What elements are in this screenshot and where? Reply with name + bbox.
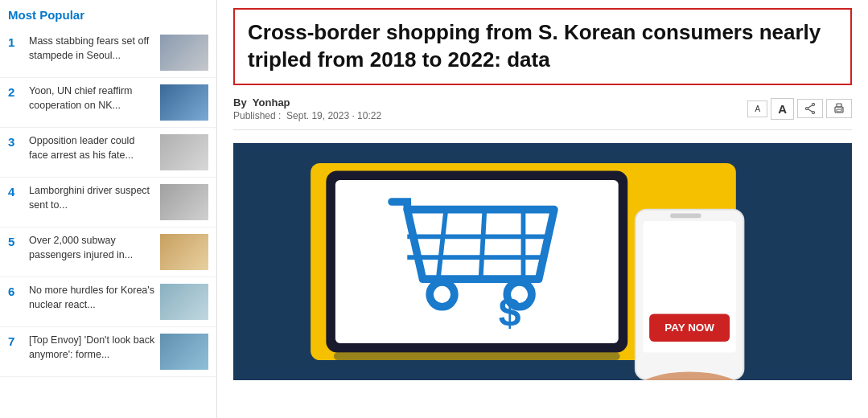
sidebar-item-3[interactable]: 3 Opposition leader could face arrest as… bbox=[0, 128, 216, 178]
item-number-5: 5 bbox=[8, 234, 23, 248]
article-headline: Cross-border shopping from S. Korean con… bbox=[233, 8, 852, 85]
svg-line-3 bbox=[808, 105, 812, 108]
share-button[interactable] bbox=[797, 99, 823, 118]
sidebar-item-2[interactable]: 2 Yoon, UN chief reaffirm cooperation on… bbox=[0, 78, 216, 128]
sidebar-item-1[interactable]: 1 Mass stabbing fears set off stampede i… bbox=[0, 28, 216, 78]
svg-point-2 bbox=[806, 108, 808, 110]
item-number-6: 6 bbox=[8, 284, 23, 298]
item-thumbnail-3 bbox=[160, 134, 208, 170]
item-text-3: Opposition leader could face arrest as h… bbox=[29, 134, 155, 162]
font-increase-button[interactable]: A bbox=[771, 98, 794, 120]
svg-point-8 bbox=[841, 108, 842, 109]
svg-line-4 bbox=[808, 109, 812, 112]
item-thumbnail-7 bbox=[160, 334, 208, 370]
item-thumbnail-4 bbox=[160, 184, 208, 220]
item-thumbnail-6 bbox=[160, 284, 208, 320]
item-thumbnail-2 bbox=[160, 84, 208, 121]
sidebar-item-7[interactable]: 7 [Top Envoy] 'Don't look back anymore':… bbox=[0, 327, 216, 377]
svg-point-1 bbox=[812, 112, 815, 114]
item-thumbnail-1 bbox=[160, 35, 208, 71]
item-text-1: Mass stabbing fears set off stampede in … bbox=[29, 35, 155, 63]
print-button[interactable] bbox=[826, 99, 852, 118]
article-image: $ PAY NOW bbox=[233, 143, 852, 380]
svg-rect-6 bbox=[837, 104, 841, 107]
sidebar: Most Popular 1 Mass stabbing fears set o… bbox=[0, 0, 217, 418]
item-thumbnail-5 bbox=[160, 234, 208, 270]
print-icon bbox=[833, 103, 845, 114]
author-name: Yonhap bbox=[253, 96, 290, 109]
item-number-1: 1 bbox=[8, 35, 23, 49]
published-label: Published : bbox=[233, 110, 281, 121]
item-text-4: Lamborghini driver suspect sent to... bbox=[29, 184, 155, 212]
article-date: Published : Sept. 19, 2023 · 10:22 bbox=[233, 110, 381, 121]
author-label: By bbox=[233, 96, 247, 109]
share-icon bbox=[804, 103, 816, 114]
sidebar-item-4[interactable]: 4 Lamborghini driver suspect sent to... bbox=[0, 178, 216, 227]
item-text-2: Yoon, UN chief reaffirm cooperation on N… bbox=[29, 84, 155, 113]
svg-point-0 bbox=[812, 104, 815, 106]
published-date: Sept. 19, 2023 · 10:22 bbox=[286, 110, 381, 121]
svg-rect-12 bbox=[335, 180, 619, 343]
svg-text:PAY NOW: PAY NOW bbox=[664, 322, 714, 334]
font-decrease-button[interactable]: A bbox=[747, 100, 767, 117]
sidebar-title: Most Popular bbox=[0, 8, 216, 28]
svg-rect-25 bbox=[670, 213, 701, 218]
item-number-7: 7 bbox=[8, 334, 23, 348]
sidebar-item-6[interactable]: 6 No more hurdles for Korea's nuclear re… bbox=[0, 277, 216, 327]
item-text-6: No more hurdles for Korea's nuclear reac… bbox=[29, 284, 155, 312]
svg-text:$: $ bbox=[499, 289, 521, 334]
article-author: By Yonhap bbox=[233, 96, 381, 109]
item-text-7: [Top Envoy] 'Don't look back anymore': f… bbox=[29, 334, 155, 362]
svg-rect-27 bbox=[334, 352, 620, 360]
meta-actions: A A bbox=[747, 98, 852, 120]
article-meta: By Yonhap Published : Sept. 19, 2023 · 1… bbox=[233, 96, 852, 130]
item-number-2: 2 bbox=[8, 84, 23, 99]
sidebar-items-container: 1 Mass stabbing fears set off stampede i… bbox=[0, 28, 216, 377]
sidebar-item-5[interactable]: 5 Over 2,000 subway passengers injured i… bbox=[0, 227, 216, 277]
svg-rect-7 bbox=[837, 109, 841, 112]
main-content: Cross-border shopping from S. Korean con… bbox=[217, 0, 868, 418]
meta-left: By Yonhap Published : Sept. 19, 2023 · 1… bbox=[233, 96, 381, 121]
item-number-3: 3 bbox=[8, 134, 23, 149]
item-text-5: Over 2,000 subway passengers injured in.… bbox=[29, 234, 155, 262]
item-number-4: 4 bbox=[8, 184, 23, 199]
article-illustration: $ PAY NOW bbox=[233, 143, 852, 380]
